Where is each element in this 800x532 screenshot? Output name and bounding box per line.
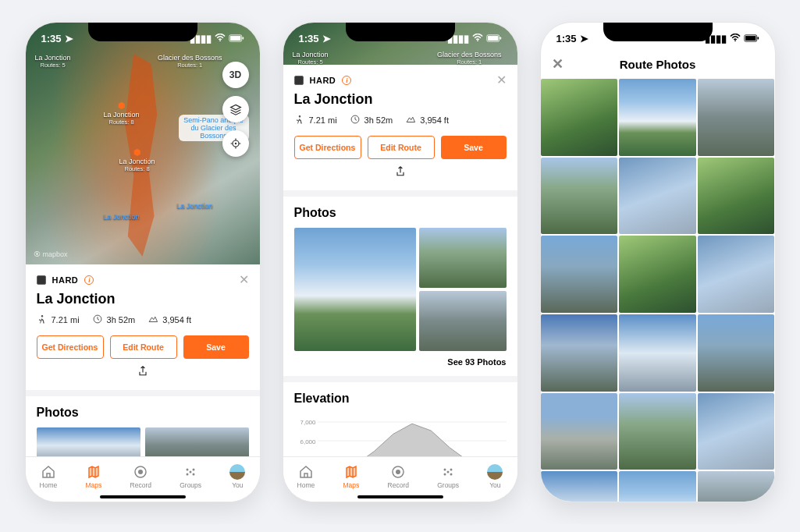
elevation-ytick: 6,000 xyxy=(300,438,315,445)
phone-route-photos: 1:35➤ ▮▮▮▮ ✕ Route Photos xyxy=(540,22,776,502)
svg-point-14 xyxy=(477,40,478,41)
tab-maps[interactable]: Maps xyxy=(86,464,102,489)
tab-maps[interactable]: Maps xyxy=(343,464,360,489)
edit-route-button[interactable]: Edit Route xyxy=(110,335,177,359)
photo-thumbnail[interactable] xyxy=(541,79,618,156)
elevation-ytick: 7,000 xyxy=(300,419,315,426)
route-stats: 7.21 mi 3h 52m 3,954 ft xyxy=(37,314,249,326)
battery-icon xyxy=(229,33,244,44)
photo-thumbnail[interactable] xyxy=(541,236,618,313)
photo-thumbnail[interactable] xyxy=(294,228,416,351)
wifi-icon xyxy=(215,33,226,44)
mountain-icon xyxy=(405,114,416,126)
photo-thumbnail[interactable] xyxy=(541,158,618,235)
map-label[interactable]: La JonctionRoutes: 5 xyxy=(35,54,71,69)
svg-rect-16 xyxy=(488,36,498,41)
close-icon[interactable]: ✕ xyxy=(239,274,249,286)
tab-record[interactable]: Record xyxy=(130,464,151,489)
map-label: La JonctionRoutes: 5 xyxy=(293,51,329,66)
tab-groups[interactable]: Groups xyxy=(180,464,201,489)
photo-thumbnail[interactable] xyxy=(145,427,249,456)
svg-rect-2 xyxy=(230,36,240,41)
photo-thumbnail[interactable] xyxy=(619,236,696,313)
share-icon[interactable] xyxy=(137,367,149,380)
elevation-chart[interactable]: 7,000 6,000 5,000 4,000 xyxy=(294,413,507,456)
photo-thumbnail[interactable] xyxy=(419,291,507,351)
status-time: 1:35 xyxy=(556,33,577,44)
distance-value: 7.21 mi xyxy=(52,315,80,325)
edit-route-button[interactable]: Edit Route xyxy=(368,136,435,159)
hike-icon xyxy=(37,314,48,326)
difficulty-icon xyxy=(37,275,46,285)
svg-point-9 xyxy=(187,468,189,470)
map-label[interactable]: Glacier des BossonsRoutes: 1 xyxy=(158,54,222,69)
battery-icon xyxy=(486,33,502,44)
tab-home[interactable]: Home xyxy=(297,464,315,489)
share-icon[interactable] xyxy=(394,167,407,180)
route-card: HARD i ✕ La Jonction 7.21 mi 3h 52m 3,95… xyxy=(26,264,260,390)
difficulty-label: HARD xyxy=(310,76,336,85)
map-poi-pin[interactable]: La JonctionRoutes: 8 xyxy=(104,101,140,126)
mapbox-credit: ⦿ mapbox xyxy=(34,250,68,258)
photo-thumbnail[interactable] xyxy=(619,79,696,156)
photo-thumbnail[interactable] xyxy=(419,228,507,288)
save-button[interactable]: Save xyxy=(441,136,507,159)
photo-thumbnail[interactable] xyxy=(619,471,696,502)
close-icon[interactable]: ✕ xyxy=(552,55,564,73)
map-label[interactable]: La Jonction xyxy=(104,213,140,221)
map-label[interactable]: La Jonction xyxy=(176,202,212,210)
notch xyxy=(346,23,455,41)
tab-home[interactable]: Home xyxy=(40,464,58,489)
svg-rect-3 xyxy=(242,37,244,39)
svg-point-13 xyxy=(190,470,192,473)
photo-thumbnail[interactable] xyxy=(37,427,140,456)
photo-thumbnail[interactable] xyxy=(698,79,775,156)
tab-record[interactable]: Record xyxy=(388,464,409,489)
photo-thumbnail[interactable] xyxy=(541,471,618,502)
map-layers-button[interactable] xyxy=(222,96,249,122)
map-3d-toggle[interactable]: 3D xyxy=(222,62,249,88)
avatar xyxy=(229,464,245,480)
elevation-value: 3,954 ft xyxy=(162,315,191,325)
close-icon[interactable]: ✕ xyxy=(496,74,507,87)
clock-icon xyxy=(350,114,361,126)
photo-thumbnail[interactable] xyxy=(698,236,775,313)
save-button[interactable]: Save xyxy=(183,335,249,359)
info-icon[interactable]: i xyxy=(342,76,351,85)
info-icon[interactable]: i xyxy=(84,275,94,285)
elevation-value: 3,954 ft xyxy=(420,115,449,125)
photo-thumbnail[interactable] xyxy=(541,393,618,470)
phone-map-view: 1:35 ➤ ▮▮▮▮ La JonctionRoutes: 5 Glacier… xyxy=(25,22,261,502)
tab-you[interactable]: You xyxy=(229,464,245,489)
phone-route-detail: 1:35➤ ▮▮▮▮ La JonctionRoutes: 5 Glacier … xyxy=(283,22,518,502)
tab-you[interactable]: You xyxy=(487,464,503,489)
svg-point-8 xyxy=(138,470,143,474)
wifi-icon xyxy=(472,33,483,44)
photo-thumbnail[interactable] xyxy=(619,314,696,392)
wifi-icon xyxy=(730,33,741,44)
photo-thumbnail[interactable] xyxy=(698,393,775,470)
photos-heading: Photos xyxy=(294,206,507,220)
photo-grid[interactable] xyxy=(541,79,775,502)
home-indicator[interactable] xyxy=(100,495,186,498)
photo-thumbnail[interactable] xyxy=(698,158,775,235)
map[interactable]: La JonctionRoutes: 5 Glacier des Bossons… xyxy=(26,23,260,264)
route-title: La Jonction xyxy=(37,291,249,307)
map-locate-button[interactable] xyxy=(222,130,249,157)
difficulty-label: HARD xyxy=(52,275,79,285)
get-directions-button[interactable]: Get Directions xyxy=(294,136,361,159)
photo-thumbnail[interactable] xyxy=(698,314,775,392)
svg-point-27 xyxy=(444,473,446,475)
home-indicator[interactable] xyxy=(357,495,443,498)
svg-point-30 xyxy=(734,40,736,41)
map-poi-pin[interactable]: La JonctionRoutes: 8 xyxy=(119,147,155,172)
photo-thumbnail[interactable] xyxy=(541,314,618,392)
photo-thumbnail[interactable] xyxy=(698,471,775,502)
see-all-photos-link[interactable]: See 93 Photos xyxy=(294,357,507,367)
screen-header: ✕ Route Photos xyxy=(541,49,775,79)
photo-thumbnail[interactable] xyxy=(619,158,696,235)
get-directions-button[interactable]: Get Directions xyxy=(37,335,104,359)
tab-groups[interactable]: Groups xyxy=(437,464,459,489)
battery-icon xyxy=(744,33,759,44)
photo-thumbnail[interactable] xyxy=(619,393,696,470)
